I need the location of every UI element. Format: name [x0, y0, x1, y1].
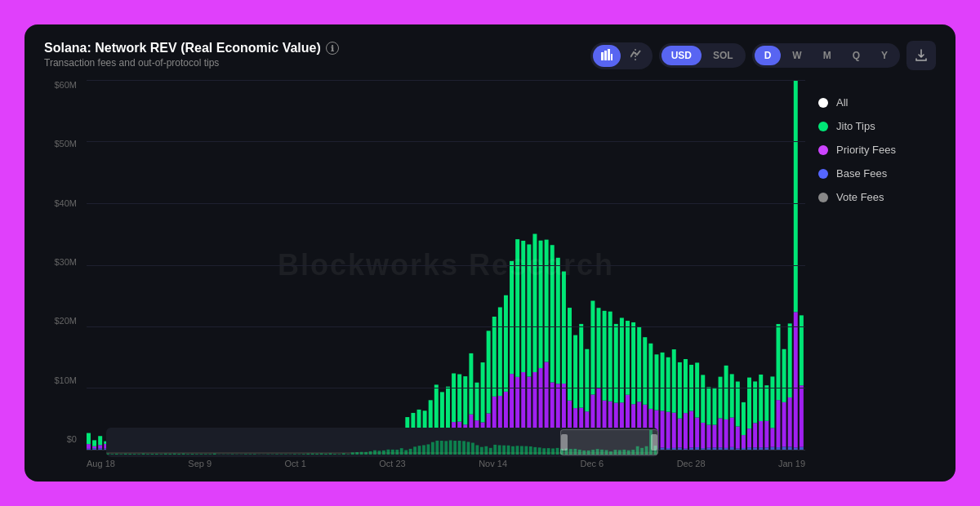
svg-rect-342: [736, 427, 740, 449]
svg-rect-380: [115, 454, 118, 455]
svg-rect-375: [800, 385, 804, 446]
x-label-dec28: Dec 28: [677, 459, 706, 468]
svg-rect-348: [747, 428, 751, 447]
y-label-40m: $40M: [44, 198, 83, 208]
currency-group: USD SOL: [659, 43, 746, 68]
svg-rect-223: [504, 295, 508, 392]
chart-subtitle: Transaction fees and out-of-protocol tip…: [44, 57, 339, 69]
svg-rect-402: [213, 454, 216, 455]
svg-rect-397: [191, 454, 194, 455]
svg-rect-371: [794, 447, 798, 450]
title-text: Solana: Network REV (Real Economic Value…: [44, 41, 321, 55]
svg-rect-199: [457, 375, 461, 422]
svg-rect-355: [759, 375, 763, 421]
svg-rect-324: [701, 423, 705, 448]
svg-rect-434: [355, 452, 359, 455]
svg-rect-262: [579, 324, 583, 408]
svg-rect-226: [510, 261, 514, 374]
svg-rect-310: [672, 349, 676, 413]
svg-rect-241: [539, 241, 543, 368]
month-button[interactable]: M: [813, 46, 841, 65]
y-label-20m: $20M: [44, 316, 83, 326]
svg-rect-427: [324, 454, 327, 455]
svg-rect-400: [204, 454, 207, 455]
svg-rect-289: [631, 322, 635, 404]
svg-rect-283: [620, 317, 624, 402]
svg-rect-363: [777, 400, 781, 447]
legend-item-priority[interactable]: Priority Fees: [818, 144, 936, 156]
svg-rect-391: [164, 454, 167, 455]
bar-chart-button[interactable]: [593, 45, 621, 67]
svg-rect-438: [373, 451, 376, 455]
svg-rect-325: [701, 375, 705, 423]
svg-rect-330: [712, 425, 716, 448]
svg-rect-379: [110, 454, 114, 455]
svg-rect-470: [516, 446, 519, 455]
svg-rect-382: [124, 454, 127, 455]
legend-item-vote[interactable]: Vote Fees: [818, 191, 936, 203]
svg-rect-462: [480, 447, 483, 455]
svg-rect-321: [695, 418, 699, 447]
svg-rect-449: [422, 445, 425, 455]
svg-rect-451: [431, 442, 434, 455]
svg-rect-450: [427, 444, 430, 455]
svg-rect-304: [661, 353, 665, 411]
svg-rect-428: [329, 454, 332, 455]
svg-rect-455: [449, 440, 452, 455]
svg-rect-433: [351, 452, 354, 455]
scrollbar-area[interactable]: [106, 428, 658, 457]
svg-rect-368: [788, 446, 792, 450]
scrollbar-handle-left[interactable]: [561, 434, 568, 451]
year-button[interactable]: Y: [871, 46, 898, 65]
svg-rect-350: [753, 447, 757, 450]
chart-inner: Blockworks Research: [87, 80, 805, 468]
svg-rect-369: [788, 397, 792, 446]
export-button[interactable]: [906, 41, 936, 70]
svg-rect-360: [770, 428, 774, 446]
scrollbar-thumb[interactable]: [560, 429, 658, 455]
quarter-button[interactable]: Q: [843, 46, 870, 65]
day-button[interactable]: D: [755, 46, 782, 65]
x-label-nov14: Nov 14: [479, 459, 507, 468]
svg-rect-315: [684, 413, 688, 449]
svg-rect-477: [547, 448, 550, 455]
svg-rect-411: [253, 454, 256, 455]
svg-rect-409: [244, 454, 247, 455]
svg-rect-458: [462, 441, 466, 455]
svg-rect-238: [532, 234, 537, 372]
svg-rect-384: [133, 454, 136, 455]
info-icon[interactable]: ℹ: [326, 42, 339, 55]
week-button[interactable]: W: [782, 46, 811, 65]
sol-button[interactable]: SOL: [703, 46, 743, 65]
svg-rect-184: [429, 400, 433, 429]
legend-item-base[interactable]: Base Fees: [818, 167, 936, 180]
legend-item-jito[interactable]: Jito Tips: [818, 120, 936, 132]
svg-rect-202: [463, 376, 467, 424]
x-label-aug18: Aug 18: [87, 459, 115, 468]
svg-rect-347: [747, 447, 751, 450]
svg-rect-385: [137, 454, 140, 455]
svg-rect-265: [585, 349, 589, 411]
svg-rect-441: [386, 450, 390, 455]
usd-button[interactable]: USD: [662, 46, 702, 65]
svg-rect-432: [346, 454, 350, 455]
svg-rect-205: [469, 353, 473, 415]
y-label-30m: $30M: [44, 257, 83, 267]
y-label-10m: $10M: [44, 375, 83, 385]
legend-item-all[interactable]: All: [818, 96, 936, 109]
svg-rect-7: [87, 433, 91, 445]
svg-rect-326: [706, 448, 710, 450]
legend-dot-base: [818, 169, 828, 179]
svg-rect-416: [275, 454, 278, 455]
legend-dot-all: [818, 98, 828, 108]
svg-rect-443: [395, 450, 399, 455]
svg-rect-472: [524, 446, 528, 455]
svg-rect-436: [364, 452, 368, 455]
scrollbar-handle-right[interactable]: [651, 434, 657, 451]
svg-rect-444: [400, 448, 403, 455]
svg-rect-302: [661, 448, 665, 450]
line-chart-button[interactable]: [622, 45, 650, 67]
svg-rect-309: [672, 413, 676, 448]
y-label-50m: $50M: [44, 139, 83, 149]
chart-title: Solana: Network REV (Real Economic Value…: [44, 41, 339, 55]
